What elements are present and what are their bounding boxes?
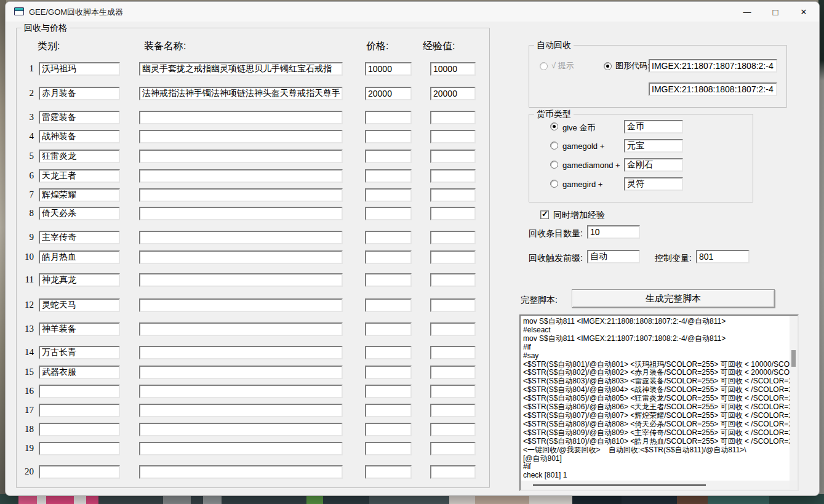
equipment-name-input[interactable] <box>139 250 343 264</box>
vertical-scrollbar[interactable] <box>790 316 797 481</box>
price-input[interactable] <box>365 273 412 287</box>
price-input[interactable] <box>365 465 412 479</box>
exp-input[interactable] <box>430 87 476 100</box>
price-input[interactable] <box>365 207 412 220</box>
category-input[interactable] <box>39 465 120 479</box>
equipment-name-input[interactable] <box>139 207 343 220</box>
category-input[interactable] <box>39 442 120 455</box>
exp-input[interactable] <box>430 423 476 436</box>
category-input[interactable] <box>39 346 120 359</box>
category-input[interactable] <box>39 130 120 143</box>
currency-name-input[interactable] <box>624 158 683 172</box>
radio-graphic-code-option[interactable]: 图形代码: <box>604 61 650 71</box>
exp-input[interactable] <box>430 62 476 76</box>
graphic-code-input-2[interactable] <box>649 82 777 96</box>
category-input[interactable] <box>39 169 120 183</box>
exp-input[interactable] <box>430 169 476 183</box>
control-var-input[interactable] <box>696 250 750 263</box>
price-input[interactable] <box>365 62 412 76</box>
exp-input[interactable] <box>430 150 476 163</box>
equipment-name-input[interactable] <box>139 366 343 379</box>
equipment-name-input[interactable] <box>139 385 343 398</box>
count-input[interactable] <box>587 225 640 239</box>
currency-name-input[interactable] <box>624 139 683 153</box>
category-input[interactable] <box>39 188 120 202</box>
exp-input[interactable] <box>430 273 476 287</box>
category-input[interactable] <box>39 231 120 244</box>
equipment-name-input[interactable] <box>139 298 343 312</box>
equipment-name-input[interactable] <box>139 231 343 244</box>
horizontal-scrollbar-thumb[interactable] <box>533 484 706 486</box>
price-input[interactable] <box>365 111 412 124</box>
category-input[interactable] <box>39 207 120 220</box>
exp-input[interactable] <box>430 298 476 312</box>
equipment-name-input[interactable] <box>139 465 343 479</box>
exp-input[interactable] <box>430 385 476 398</box>
category-input[interactable] <box>39 150 120 163</box>
equipment-name-input[interactable] <box>139 150 343 163</box>
price-input[interactable] <box>365 366 412 379</box>
exp-input[interactable] <box>430 366 476 379</box>
category-input[interactable] <box>39 298 120 312</box>
exp-input[interactable] <box>430 404 476 417</box>
price-input[interactable] <box>365 298 412 312</box>
equipment-name-input[interactable] <box>139 62 343 76</box>
price-input[interactable] <box>365 87 412 100</box>
maximize-icon[interactable]: □ <box>761 2 790 22</box>
exp-input[interactable] <box>430 322 476 336</box>
exp-input[interactable] <box>430 207 476 220</box>
generate-script-button[interactable]: 生成完整脚本 <box>572 289 775 308</box>
equipment-name-input[interactable] <box>139 169 343 183</box>
price-input[interactable] <box>365 150 412 163</box>
price-input[interactable] <box>365 404 412 417</box>
exp-input[interactable] <box>430 231 476 244</box>
category-input[interactable] <box>39 62 120 76</box>
currency-name-input[interactable] <box>624 120 683 134</box>
equipment-name-input[interactable] <box>139 188 343 202</box>
category-input[interactable] <box>39 423 120 436</box>
equipment-name-input[interactable] <box>139 322 343 336</box>
close-icon[interactable]: ✕ <box>790 2 818 22</box>
equipment-name-input[interactable] <box>139 130 343 143</box>
exp-input[interactable] <box>430 130 476 143</box>
vertical-scrollbar-thumb[interactable] <box>791 350 796 367</box>
radio-hint-option[interactable]: √ 提示 <box>540 61 574 71</box>
exp-checkbox[interactable]: ✓ <box>540 210 549 219</box>
price-input[interactable] <box>365 346 412 359</box>
price-input[interactable] <box>365 442 412 455</box>
category-input[interactable] <box>39 250 120 264</box>
prefix-input[interactable] <box>587 250 640 263</box>
equipment-name-input[interactable] <box>139 404 343 417</box>
category-input[interactable] <box>39 404 120 417</box>
minimize-icon[interactable]: — <box>733 2 761 22</box>
equipment-name-input[interactable] <box>139 423 343 436</box>
equipment-name-input[interactable] <box>139 346 343 359</box>
category-input[interactable] <box>39 366 120 379</box>
price-input[interactable] <box>365 130 412 143</box>
exp-input[interactable] <box>430 111 476 124</box>
equipment-name-input[interactable] <box>139 273 343 287</box>
exp-input[interactable] <box>430 346 476 359</box>
exp-input[interactable] <box>430 465 476 479</box>
equipment-name-input[interactable] <box>139 442 343 455</box>
equipment-name-input[interactable] <box>139 87 343 100</box>
price-input[interactable] <box>365 188 412 202</box>
exp-input[interactable] <box>430 250 476 264</box>
horizontal-scrollbar[interactable] <box>521 481 790 489</box>
category-input[interactable] <box>39 385 120 398</box>
currency-name-input[interactable] <box>624 177 683 191</box>
category-input[interactable] <box>39 322 120 336</box>
price-input[interactable] <box>365 169 412 183</box>
graphic-code-input-1[interactable] <box>649 59 777 73</box>
price-input[interactable] <box>365 250 412 264</box>
price-input[interactable] <box>365 231 412 244</box>
price-input[interactable] <box>365 423 412 436</box>
price-input[interactable] <box>365 322 412 336</box>
price-input[interactable] <box>365 385 412 398</box>
exp-input[interactable] <box>430 188 476 202</box>
category-input[interactable] <box>39 273 120 287</box>
category-input[interactable] <box>39 87 120 100</box>
equipment-name-input[interactable] <box>139 111 343 124</box>
script-output[interactable]: mov S$自动811 <IMGEX:21:1808:1808:1807:2:-… <box>519 314 799 491</box>
category-input[interactable] <box>39 111 120 124</box>
